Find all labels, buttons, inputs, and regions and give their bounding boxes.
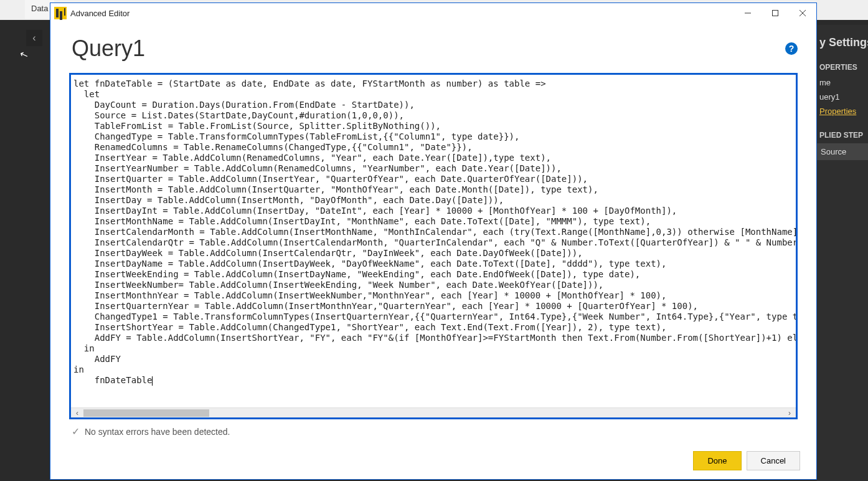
syntax-status: ✓ No syntax errors have been detected. <box>69 419 798 441</box>
scroll-thumb[interactable] <box>83 409 209 417</box>
code-editor-frame: let fnDateTable = (StartDate as date, En… <box>69 73 798 419</box>
applied-step-source[interactable]: Source <box>817 143 868 160</box>
chevron-left-icon: ‹ <box>32 32 35 43</box>
titlebar: Advanced Editor <box>50 3 816 23</box>
query-header: Query1 ? <box>69 29 798 73</box>
advanced-editor-dialog: Advanced Editor Query1 ? let fnDateTable… <box>50 2 817 480</box>
code-editor[interactable]: let fnDateTable = (StartDate as date, En… <box>71 75 796 407</box>
applied-steps-title: PLIED STEP <box>817 126 868 143</box>
scroll-right-button[interactable]: › <box>783 409 796 417</box>
scroll-track[interactable] <box>83 409 783 417</box>
svg-rect-1 <box>773 11 778 16</box>
maximize-icon <box>771 9 779 17</box>
help-icon[interactable]: ? <box>785 42 798 55</box>
scroll-left-button[interactable]: ‹ <box>71 409 83 417</box>
chevron-left-icon: ‹ <box>76 409 78 417</box>
check-icon: ✓ <box>72 426 80 437</box>
all-properties-link[interactable]: Properties <box>817 104 868 118</box>
dialog-body: Query1 ? let fnDateTable = (StartDate as… <box>50 23 816 446</box>
app-icon <box>54 7 67 19</box>
minimize-button[interactable] <box>734 3 762 23</box>
horizontal-scrollbar[interactable]: ‹ › <box>71 407 796 417</box>
dialog-footer: Done Cancel <box>50 446 816 479</box>
chevron-right-icon: › <box>788 409 791 417</box>
nav-collapse-button[interactable]: ‹ <box>26 30 42 46</box>
cancel-button[interactable]: Cancel <box>747 451 800 470</box>
name-value[interactable]: uery1 <box>817 90 868 104</box>
minimize-icon <box>744 9 752 17</box>
close-button[interactable] <box>789 3 816 23</box>
code-text: let fnDateTable = (StartDate as date, En… <box>73 79 796 385</box>
maximize-button[interactable] <box>762 3 789 23</box>
text-caret <box>152 376 153 386</box>
window-title: Advanced Editor <box>70 9 734 18</box>
syntax-status-text: No syntax errors have been detected. <box>85 427 230 437</box>
close-icon <box>799 9 806 17</box>
query-settings-panel: y Settings OPERTIES me uery1 Properties … <box>817 25 868 481</box>
name-label: me <box>817 75 868 90</box>
done-button[interactable]: Done <box>693 451 741 470</box>
properties-section-title: OPERTIES <box>817 58 868 75</box>
query-settings-title: y Settings <box>817 30 868 58</box>
query-name-heading: Query1 <box>72 36 785 62</box>
